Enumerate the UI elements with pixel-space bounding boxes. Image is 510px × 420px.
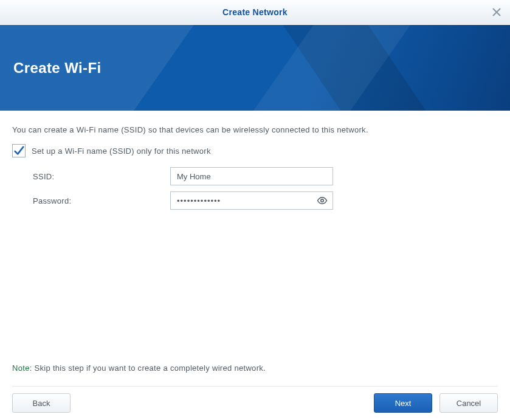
back-button[interactable]: Back	[12, 393, 71, 413]
ssid-input[interactable]	[170, 167, 333, 185]
titlebar: Create Network	[0, 0, 510, 25]
password-input[interactable]	[171, 192, 312, 209]
next-button[interactable]: Next	[374, 393, 432, 413]
setup-wifi-checkbox[interactable]	[12, 144, 26, 157]
password-field-wrap	[170, 191, 333, 210]
ssid-label: SSID:	[33, 172, 170, 181]
setup-wifi-checkbox-label: Set up a Wi-Fi name (SSID) only for this…	[32, 146, 211, 156]
wifi-checkbox-row: Set up a Wi-Fi name (SSID) only for this…	[12, 144, 498, 157]
check-icon	[13, 145, 24, 156]
create-network-dialog: Create Network Create Wi-Fi You can crea…	[0, 0, 510, 420]
note-text: Note: Skip this step if you want to crea…	[12, 363, 498, 373]
ssid-row: SSID:	[33, 167, 498, 185]
close-icon	[492, 7, 501, 17]
wifi-form: SSID: Password:	[12, 167, 498, 210]
banner-title: Create Wi-Fi	[13, 60, 102, 77]
banner: Create Wi-Fi	[0, 25, 510, 111]
note-label: Note:	[12, 363, 32, 373]
svg-point-2	[321, 199, 324, 202]
button-bar: Back Next Cancel	[12, 393, 498, 413]
eye-icon	[317, 195, 328, 206]
password-label: Password:	[33, 196, 170, 205]
cancel-button[interactable]: Cancel	[439, 393, 498, 413]
description-text: You can create a Wi-Fi name (SSID) so th…	[12, 125, 498, 134]
close-button[interactable]	[489, 5, 504, 19]
note-body: Skip this step if you want to create a c…	[32, 363, 266, 373]
dialog-title: Create Network	[222, 7, 288, 17]
content-area: You can create a Wi-Fi name (SSID) so th…	[0, 111, 510, 210]
password-row: Password:	[33, 191, 498, 210]
note-area: Note: Skip this step if you want to crea…	[12, 363, 498, 387]
show-password-button[interactable]	[312, 192, 333, 209]
divider	[12, 386, 498, 387]
